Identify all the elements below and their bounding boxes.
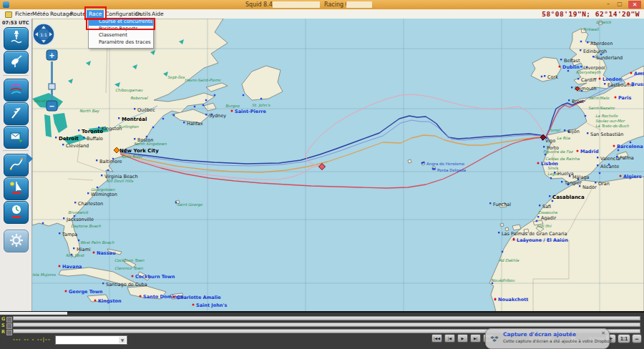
menu-routage[interactable]: Routage	[50, 11, 72, 17]
city-dot	[587, 41, 588, 43]
capital-dot	[613, 145, 615, 147]
city-dot	[183, 122, 185, 123]
menu-meteo[interactable]: Météo	[32, 11, 49, 17]
timeline-row-toggle-r[interactable]	[6, 330, 12, 335]
compass-pan-control[interactable]: 1:1	[33, 24, 54, 45]
map-city-label: Daytona Beach	[71, 224, 102, 229]
city-dot	[577, 78, 579, 79]
menu-item-position-reports[interactable]: Position Reports	[89, 26, 153, 33]
city-dot	[62, 144, 64, 145]
cursor-coordinates: 58°08'19"N; 62°14'20"W	[542, 10, 640, 18]
timeline-track-s[interactable]	[13, 323, 640, 327]
nautical-chart[interactable]: QuébecMontréalKingstonTorontoBuffaloDetr…	[32, 19, 644, 311]
capital-dot	[577, 150, 579, 152]
map-city-label: Gijón	[567, 129, 580, 134]
map-city-label: New York City	[119, 148, 159, 154]
map-city-label: Jacksonville	[66, 217, 94, 222]
grib-mail-icon[interactable]	[4, 126, 29, 149]
zoom-slider-track	[51, 62, 53, 100]
city-dot	[83, 137, 84, 138]
timeline-row-toggle-s[interactable]	[6, 323, 12, 329]
routing-icon[interactable]	[4, 154, 29, 177]
map-city-label: Wilmington	[91, 192, 117, 197]
city-dot	[59, 232, 60, 234]
toast-close-icon[interactable]: ✕	[601, 330, 605, 336]
zoom-reset-button[interactable]: 1:1	[618, 334, 630, 343]
city-dot	[434, 168, 435, 169]
map-city-label: Nador	[582, 185, 597, 190]
settings-gear-icon[interactable]	[4, 230, 29, 252]
menu-item-course-et-concurrents[interactable]: Course et concurrents	[89, 19, 153, 26]
timeline-row-toggle-g[interactable]	[6, 317, 12, 323]
port-dot	[580, 41, 582, 42]
map-city-label: Burgeo	[225, 104, 240, 109]
wind-barb-icon[interactable]	[4, 102, 29, 125]
menu-race[interactable]: Race	[87, 10, 104, 18]
map-city-label: St. John's	[252, 103, 271, 108]
menu-item-classement[interactable]: Classement	[89, 32, 153, 39]
toast-title: Capture d'écran ajoutée	[503, 331, 576, 338]
timeline-track-g[interactable]	[13, 316, 640, 320]
map-city-label: Ad Dakhla	[499, 258, 519, 262]
step-back-button[interactable]: |◀	[444, 334, 455, 343]
sail-day-night-icon[interactable]	[4, 177, 29, 200]
city-dot	[560, 59, 562, 60]
map-city-label: Key West	[66, 253, 84, 258]
port-dot	[492, 282, 493, 284]
map-city-label: Safi	[542, 204, 551, 210]
menu-route[interactable]: Route	[70, 11, 86, 17]
map-city-label: La Rúa	[557, 136, 570, 140]
map-city-label: Buffalo	[87, 136, 103, 142]
city-dot	[549, 195, 550, 197]
city-dot	[595, 182, 596, 183]
map-city-label: Sidi Ifni	[537, 224, 552, 228]
instruments-icon[interactable]	[4, 27, 29, 50]
city-dot	[579, 185, 580, 187]
satellite-icon[interactable]	[4, 51, 29, 74]
timeline-selector-dropdown[interactable]: ▼	[55, 335, 127, 345]
map-city-label: Amsterdam	[634, 71, 644, 77]
map-city-label: Barcelona	[617, 144, 643, 149]
timeline-ticks: --- -- - --|--	[13, 337, 51, 343]
map-city-label: Saint-Malo	[588, 96, 610, 100]
dropbox-notification-toast[interactable]: Capture d'écran ajoutée Cette capture d'…	[485, 328, 610, 349]
menu-aide[interactable]: Aide	[152, 11, 164, 17]
weather-tracks-icon[interactable]	[4, 79, 29, 102]
skip-to-start-button[interactable]: |◀◀	[431, 334, 442, 343]
playback-controls: |◀◀ |◀ ▶ ▶| ▶▶|	[431, 334, 494, 343]
port-dot	[502, 251, 503, 252]
map-city-label: Aberdeen	[590, 41, 613, 46]
maximize-button[interactable]: ▢	[615, 1, 624, 8]
menu-outils[interactable]: Outils	[135, 11, 151, 17]
step-forward-button[interactable]: ▶|	[470, 334, 481, 343]
map-city-label: Isla Mujeres	[32, 272, 57, 277]
map-city-label: Cockburn Town	[114, 258, 145, 262]
map-city-label: Soulac-sur-Mer	[595, 119, 626, 123]
minimize-button[interactable]: –	[604, 1, 613, 8]
menu-fichier[interactable]: Fichier	[15, 11, 33, 17]
zoom-out-button-bottom[interactable]: −	[632, 334, 642, 343]
capital-dot	[513, 239, 515, 241]
panel-expander-arrow[interactable]	[26, 153, 33, 164]
map-city-label: Miami	[77, 247, 91, 252]
port-dot	[541, 76, 542, 77]
map-city-label: Ferrol	[549, 128, 561, 132]
city-dot	[564, 129, 565, 131]
title-bar: Squid 8.4.0 - Racing CEP – ▢ ✕	[0, 0, 644, 10]
map-city-label: Huelva	[557, 171, 574, 177]
play-button[interactable]: ▶	[457, 334, 468, 343]
menu-item-parametre-des-traces[interactable]: Paramètre des traces	[89, 39, 153, 46]
map-city-label: Lerwick	[596, 20, 612, 24]
city-dot	[118, 117, 119, 119]
race-timer-icon[interactable]	[4, 201, 29, 224]
map-city-label: Madrid	[580, 149, 599, 154]
capital-dot	[231, 110, 233, 112]
port-dot	[78, 240, 79, 241]
title-field-1	[273, 1, 320, 8]
sidebar-divider	[3, 150, 29, 151]
close-button[interactable]: ✕	[628, 1, 641, 9]
map-city-label: London	[602, 77, 622, 82]
map-city-label: San Sebastián	[590, 132, 623, 137]
map-city-label: Cork	[547, 74, 558, 80]
chart-area[interactable]: QuébecMontréalKingstonTorontoBuffaloDetr…	[32, 19, 644, 311]
